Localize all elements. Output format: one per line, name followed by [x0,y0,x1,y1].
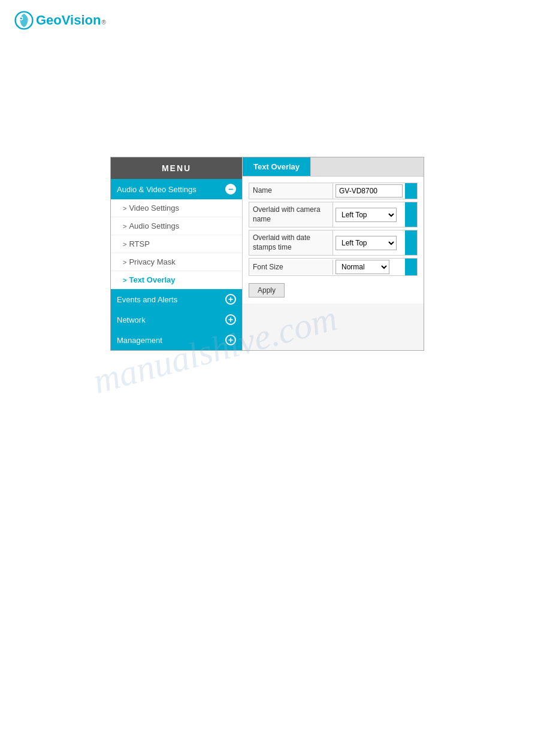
sidebar-item-rtsp[interactable]: > RTSP [111,235,242,253]
sidebar-section-events-alerts[interactable]: Events and Alerts + [111,289,242,309]
form-row-overlaid-date: Overlaid with date stamps time Left Top … [249,230,418,256]
arrow-icon-privacy: > [123,259,126,266]
control-overlaid-camera: Left Top Left Bottom Right Top Right Bot… [333,207,405,223]
form-area: Name Overlaid with camera name Left Top … [243,177,424,303]
sidebar-section-label-network: Network [117,315,146,324]
sidebar-section-management[interactable]: Management + [111,330,242,350]
select-overlaid-date[interactable]: Left Top Left Bottom Right Top Right Bot… [335,236,397,250]
extra-font-size [405,259,417,275]
logo-text: GeoVision ® [36,13,106,28]
sidebar-section-network[interactable]: Network + [111,309,242,330]
sidebar-section-label-events: Events and Alerts [117,295,177,304]
logo-area: GeoVision ® [0,0,535,41]
geovision-logo-icon [14,11,34,30]
control-overlaid-date: Left Top Left Bottom Right Top Right Bot… [333,235,405,251]
arrow-icon-rtsp: > [123,241,126,248]
sidebar-section-label-audio-video: Audio & Video Settings [117,185,197,194]
tab-bar: Text Overlay [243,157,424,177]
sidebar-item-text-overlay[interactable]: > Text Overlay [111,271,242,289]
sidebar-section-audio-video[interactable]: Audio & Video Settings − [111,179,242,199]
label-font-size: Font Size [249,260,333,275]
extra-overlaid-camera [405,202,417,227]
control-name [333,183,405,199]
select-font-size[interactable]: Normal Large Small [335,260,389,274]
plus-icon-network: + [225,314,236,325]
main-panel: MENU Audio & Video Settings − > Video Se… [110,157,424,351]
apply-button[interactable]: Apply [249,283,285,297]
sidebar-item-privacy-mask[interactable]: > Privacy Mask [111,253,242,271]
extra-overlaid-date [405,230,417,255]
tab-text-overlay[interactable]: Text Overlay [243,157,311,176]
svg-point-2 [20,17,22,19]
menu-header: MENU [111,157,242,179]
form-row-overlaid-camera: Overlaid with camera name Left Top Left … [249,202,418,227]
control-font-size: Normal Large Small [333,259,405,275]
arrow-icon-audio: > [123,223,126,230]
form-row-font-size: Font Size Normal Large Small [249,258,418,276]
label-name: Name [249,183,333,199]
logo-container: GeoVision ® [14,11,521,30]
sidebar-item-video-settings[interactable]: > Video Settings [111,199,242,217]
content-area: Text Overlay Name Overlaid with camera n… [243,157,424,350]
sidebar-section-label-management: Management [117,336,162,345]
plus-icon-management: + [225,335,236,345]
sidebar-item-audio-settings[interactable]: > Audio Settings [111,217,242,235]
label-overlaid-camera: Overlaid with camera name [249,202,333,227]
arrow-icon-video: > [123,205,126,212]
extra-name [405,183,417,199]
select-overlaid-camera[interactable]: Left Top Left Bottom Right Top Right Bot… [335,208,397,222]
arrow-icon-text-overlay: > [123,277,126,284]
plus-icon-events: + [225,294,236,305]
minus-icon-audio-video: − [225,184,236,195]
input-name[interactable] [335,184,403,198]
sidebar: MENU Audio & Video Settings − > Video Se… [111,157,243,350]
page-wrapper: GeoVision ® MENU Audio & Video Settings … [0,0,535,756]
label-overlaid-date: Overlaid with date stamps time [249,230,333,255]
form-row-name: Name [249,183,418,199]
